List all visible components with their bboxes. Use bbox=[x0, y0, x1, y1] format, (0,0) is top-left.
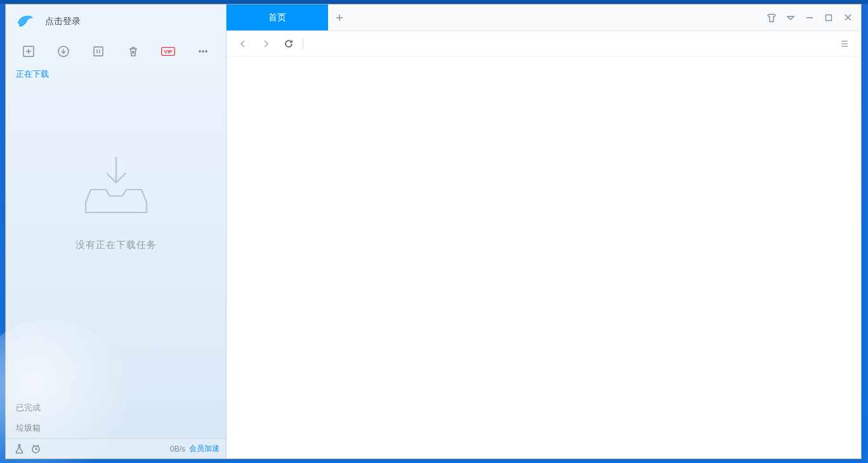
svg-text:VIP: VIP bbox=[164, 49, 173, 55]
svg-rect-4 bbox=[94, 47, 103, 56]
empty-message: 没有正在下载任务 bbox=[76, 239, 157, 251]
category-trash-label: 垃圾箱 bbox=[16, 422, 41, 434]
pause-button[interactable] bbox=[81, 40, 115, 63]
vip-accelerate-link[interactable]: 会员加速 bbox=[189, 443, 220, 454]
login-button[interactable]: 点击登录 bbox=[6, 4, 226, 39]
maximize-button[interactable] bbox=[819, 4, 838, 31]
status-bar: 0B/s 会员加速 bbox=[6, 438, 226, 459]
logo-bird-icon bbox=[15, 11, 36, 32]
tab-home[interactable]: 首页 bbox=[227, 4, 328, 30]
nav-menu-button[interactable] bbox=[833, 32, 856, 55]
scheduler-icon[interactable] bbox=[29, 442, 43, 456]
category-trash[interactable]: 垃圾箱 bbox=[6, 418, 226, 438]
login-label: 点击登录 bbox=[45, 16, 81, 27]
svg-rect-18 bbox=[826, 15, 832, 20]
browser-content bbox=[227, 56, 861, 459]
app-window: 点击登录 bbox=[5, 4, 862, 459]
category-downloading[interactable]: 正在下载 bbox=[6, 64, 226, 84]
nav-forward-button[interactable] bbox=[254, 32, 277, 55]
tab-bar: 首页 bbox=[227, 4, 861, 31]
lab-icon[interactable] bbox=[12, 442, 26, 456]
speed-label: 0B/s bbox=[170, 445, 185, 453]
mode-dropdown-button[interactable] bbox=[781, 4, 800, 31]
vip-button[interactable]: VIP bbox=[151, 40, 186, 63]
close-button[interactable] bbox=[838, 4, 857, 31]
nav-bar bbox=[227, 31, 861, 56]
svg-point-13 bbox=[206, 51, 207, 53]
category-downloading-label: 正在下载 bbox=[16, 68, 49, 80]
more-button[interactable] bbox=[186, 40, 221, 63]
empty-state: 没有正在下载任务 bbox=[6, 154, 226, 251]
skin-button[interactable] bbox=[762, 4, 781, 31]
sidebar-body: 没有正在下载任务 bbox=[6, 84, 226, 398]
tab-home-label: 首页 bbox=[268, 12, 286, 23]
nav-reload-button[interactable] bbox=[277, 32, 300, 55]
category-completed-label: 已完成 bbox=[16, 402, 41, 414]
svg-point-11 bbox=[199, 51, 201, 53]
minimize-button[interactable] bbox=[800, 4, 819, 31]
new-task-button[interactable] bbox=[11, 40, 46, 63]
new-tab-button[interactable] bbox=[328, 4, 351, 30]
main-panel: 首页 bbox=[227, 4, 861, 459]
start-button[interactable] bbox=[46, 40, 81, 63]
empty-tray-icon bbox=[81, 154, 151, 218]
sidebar: 点击登录 bbox=[6, 4, 227, 459]
window-controls bbox=[762, 4, 861, 30]
address-separator bbox=[303, 38, 303, 49]
sidebar-toolbar: VIP bbox=[6, 39, 226, 64]
svg-point-12 bbox=[202, 51, 204, 53]
delete-button[interactable] bbox=[116, 40, 151, 63]
category-completed[interactable]: 已完成 bbox=[6, 398, 226, 418]
nav-back-button[interactable] bbox=[232, 32, 254, 55]
